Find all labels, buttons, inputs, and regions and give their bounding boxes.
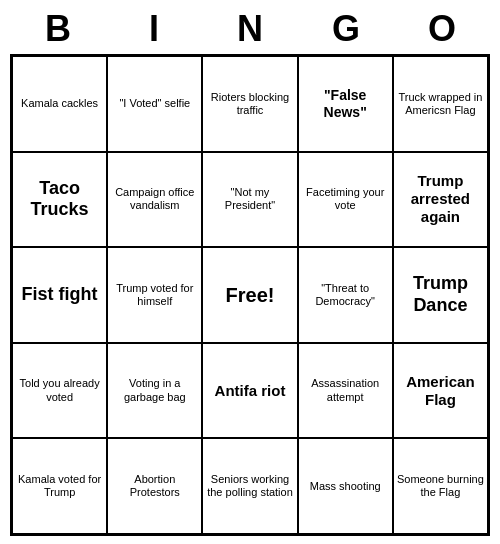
bingo-cell-21[interactable]: Abortion Protestors — [107, 438, 202, 534]
bingo-grid: Kamala cackles"I Voted" selfieRioters bl… — [10, 54, 490, 536]
bingo-cell-9[interactable]: Trump arrested again — [393, 152, 488, 248]
bingo-cell-19[interactable]: American Flag — [393, 343, 488, 439]
bingo-cell-24[interactable]: Someone burning the Flag — [393, 438, 488, 534]
bingo-cell-16[interactable]: Voting in a garbage bag — [107, 343, 202, 439]
bingo-cell-1[interactable]: "I Voted" selfie — [107, 56, 202, 152]
bingo-cell-15[interactable]: Told you already voted — [12, 343, 107, 439]
bingo-cell-12[interactable]: Free! — [202, 247, 297, 343]
bingo-cell-11[interactable]: Trump voted for himself — [107, 247, 202, 343]
bingo-cell-0[interactable]: Kamala cackles — [12, 56, 107, 152]
bingo-cell-7[interactable]: "Not my President" — [202, 152, 297, 248]
bingo-cell-3[interactable]: "False News" — [298, 56, 393, 152]
bingo-cell-6[interactable]: Campaign office vandalism — [107, 152, 202, 248]
title-n: N — [205, 8, 295, 50]
bingo-cell-5[interactable]: Taco Trucks — [12, 152, 107, 248]
title-b: B — [13, 8, 103, 50]
bingo-cell-22[interactable]: Seniors working the polling station — [202, 438, 297, 534]
bingo-cell-2[interactable]: Rioters blocking traffic — [202, 56, 297, 152]
bingo-cell-10[interactable]: Fist fight — [12, 247, 107, 343]
bingo-cell-14[interactable]: Trump Dance — [393, 247, 488, 343]
bingo-cell-8[interactable]: Facetiming your vote — [298, 152, 393, 248]
bingo-cell-20[interactable]: Kamala voted for Trump — [12, 438, 107, 534]
title-i: I — [109, 8, 199, 50]
bingo-cell-18[interactable]: Assassination attempt — [298, 343, 393, 439]
bingo-cell-13[interactable]: "Threat to Democracy" — [298, 247, 393, 343]
title-o: O — [397, 8, 487, 50]
title-g: G — [301, 8, 391, 50]
bingo-cell-17[interactable]: Antifa riot — [202, 343, 297, 439]
bingo-cell-23[interactable]: Mass shooting — [298, 438, 393, 534]
bingo-cell-4[interactable]: Truck wrapped in Americsn Flag — [393, 56, 488, 152]
bingo-title: B I N G O — [10, 8, 490, 50]
